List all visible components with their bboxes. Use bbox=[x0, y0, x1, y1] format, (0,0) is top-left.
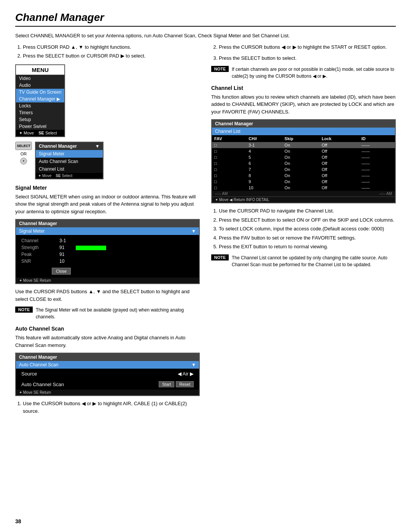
chlist-footer-text: ✦ Move ◀ Return INFO DETAIL bbox=[215, 198, 269, 202]
close-button[interactable]: Close bbox=[52, 268, 71, 275]
menu-item-timers: Timers bbox=[16, 109, 64, 116]
note-label-2: NOTE bbox=[211, 66, 229, 72]
table-row: □8OnOff------ bbox=[212, 173, 395, 179]
peak-row: Peak 91 bbox=[21, 252, 194, 257]
menu-item-audio: Audio bbox=[16, 82, 64, 89]
strength-row: Strength 91 bbox=[21, 245, 194, 250]
acs-panel-header: Channel Manager bbox=[16, 353, 199, 361]
col-ch: CH# bbox=[246, 135, 282, 142]
snr-label: SNR bbox=[21, 259, 48, 264]
or-label: OR bbox=[21, 152, 27, 156]
acs-panel-subheader: Auto Channel Scan ▼ bbox=[16, 361, 199, 369]
channel-list-description: This function allows you to review which… bbox=[211, 93, 396, 116]
table-row: □6OnOff------ bbox=[212, 160, 395, 166]
submenu-area: SELECT OR • Channel Manager ▼ Signal Met… bbox=[15, 142, 200, 179]
acs-panel-header-text: Channel Manager bbox=[19, 355, 57, 360]
dot-icon: • bbox=[20, 158, 27, 165]
note-label-3: NOTE bbox=[211, 254, 229, 260]
table-row: □4OnOff------ bbox=[212, 148, 395, 154]
menu-item-tvguide: TV Guide On Screen bbox=[16, 89, 64, 96]
table-row: □3-1OnOff------ bbox=[212, 142, 395, 148]
signal-meter-panel: Channel Manager Signal Meter ▼ Channel 3… bbox=[15, 219, 200, 284]
intro-paragraph: Select CHANNEL MANAGER to set your Anten… bbox=[15, 32, 396, 40]
chlist-footer: ✦ Move ◀ Return INFO DETAIL bbox=[212, 197, 395, 203]
step3-right: Press the SELECT button to select. bbox=[219, 54, 396, 62]
menu-footer-text: ✦ Move SE Select bbox=[19, 131, 57, 136]
menu-box: MENU Video Audio TV Guide On Screen Chan… bbox=[15, 64, 65, 137]
menu-item-power-swivel: Power Swivel bbox=[16, 123, 64, 130]
chlist-header-row: FAV CH# Skip Lock ID bbox=[212, 135, 395, 142]
col-fav: FAV bbox=[212, 135, 246, 142]
channel-value: 3-1 bbox=[59, 238, 66, 243]
step2-left: Press the SELECT button or CURSOR PAD ▶ … bbox=[23, 52, 200, 60]
signal-meter-note-text: The Signal Meter will not be available (… bbox=[36, 307, 200, 320]
source-row: Source ◀ Air ▶ bbox=[16, 369, 199, 379]
table-row: □9OnOff------ bbox=[212, 179, 395, 185]
signal-meter-title: Signal Meter bbox=[15, 185, 200, 191]
cl-step4: Press the FAV button to set or remove th… bbox=[219, 234, 396, 242]
submenu-signal-meter: Signal Meter bbox=[36, 150, 103, 158]
table-row: □7OnOff------ bbox=[212, 166, 395, 173]
acs-dropdown-icon: ▼ bbox=[191, 362, 196, 367]
auto-channel-scan-title: Auto Channel Scan bbox=[15, 326, 200, 332]
menu-item-video: Video bbox=[16, 75, 64, 82]
page-title: Channel Manager bbox=[15, 11, 396, 27]
col-lock: Lock bbox=[319, 135, 359, 142]
auto-channel-scan-description: This feature will automatically store ac… bbox=[15, 334, 200, 349]
channel-list-table: FAV CH# Skip Lock ID □3-1OnOff------□4On… bbox=[212, 135, 395, 191]
scan-buttons: Start Reset bbox=[159, 381, 194, 387]
col-id: ID bbox=[359, 135, 395, 142]
acs-step1: Use the CURSOR buttons ◀ or ▶ to highlig… bbox=[23, 400, 200, 415]
strength-value: 91 bbox=[59, 245, 64, 250]
chlist-panel-subheader: Channel List bbox=[212, 128, 395, 135]
source-label: Source bbox=[21, 371, 37, 377]
peak-label: Peak bbox=[21, 252, 48, 257]
cursor-note: Use the CURSOR PADS buttons ▲, ▼ and the… bbox=[15, 288, 200, 303]
channel-label: Channel bbox=[21, 238, 48, 243]
channel-list-panel: Channel Manager Channel List FAV CH# Ski… bbox=[211, 119, 396, 203]
cable-note-text: If certain channels are poor or not poss… bbox=[232, 66, 396, 80]
intro-para1: Select CHANNEL MANAGER to set your Anten… bbox=[15, 32, 396, 40]
menu-title: MENU bbox=[16, 65, 64, 75]
chlist-status: --:-- AM --:-- AM bbox=[212, 191, 395, 197]
submenu-left-icons: SELECT OR • bbox=[15, 142, 32, 165]
signal-meter-panel-footer: ✦ Move SE Return bbox=[16, 278, 199, 283]
col-skip: Skip bbox=[282, 135, 320, 142]
table-row: □10OnOff------ bbox=[212, 185, 395, 191]
signal-meter-panel-body: Channel 3-1 Strength 91 Peak 91 SNR 10 bbox=[16, 235, 199, 278]
submenu-channel-list: Channel List bbox=[36, 165, 103, 173]
submenu-auto-channel: Auto Channel Scan bbox=[36, 158, 103, 165]
start-button[interactable]: Start bbox=[159, 381, 174, 387]
signal-bar-fill bbox=[76, 246, 106, 250]
peak-value: 91 bbox=[59, 252, 64, 257]
submenu-header-arrow: ▼ bbox=[95, 144, 100, 149]
acs-footer: ✦ Move SE Return bbox=[16, 390, 199, 395]
cl-step3: To select LOCK column, input the access … bbox=[219, 225, 396, 233]
channel-list-note-box: NOTE The Channel List cannot be updated … bbox=[211, 254, 396, 268]
signal-meter-panel-header: Channel Manager bbox=[16, 220, 199, 227]
chlist-status-left: --:-- AM bbox=[215, 192, 228, 196]
channel-list-steps: Use the CURSOR PAD to navigate the Chann… bbox=[219, 207, 396, 251]
signal-meter-dropdown-icon: ▼ bbox=[191, 228, 196, 234]
table-row: □5OnOff------ bbox=[212, 154, 395, 160]
signal-meter-note-box: NOTE The Signal Meter will not be availa… bbox=[15, 307, 200, 320]
auto-channel-scan-panel: Channel Manager Auto Channel Scan ▼ Sour… bbox=[15, 353, 200, 396]
signal-meter-description: Select SIGNAL METER when using an indoor… bbox=[15, 193, 200, 216]
strength-bar bbox=[76, 246, 106, 250]
step2-right: Press the CURSOR buttons ◀ or ▶ to highl… bbox=[219, 43, 396, 51]
submenu-header: Channel Manager ▼ bbox=[36, 142, 103, 150]
cl-step2: Press the SELECT button to select ON or … bbox=[219, 216, 396, 224]
chlist-status-right: --:-- AM bbox=[379, 192, 392, 196]
menu-item-setup: Setup bbox=[16, 116, 64, 123]
step1-left: Press CURSOR PAD ▲, ▼ to highlight funct… bbox=[23, 43, 200, 51]
note-label-1: NOTE bbox=[15, 307, 33, 313]
scan-label: Auto Channel Scan bbox=[21, 382, 64, 387]
signal-meter-panel-subheader-text: Signal Meter bbox=[19, 228, 45, 234]
reset-button[interactable]: Reset bbox=[176, 381, 194, 387]
signal-meter-panel-subheader: Signal Meter ▼ bbox=[16, 227, 199, 235]
acs-subheader-text: Auto Channel Scan bbox=[19, 362, 58, 367]
channel-list-title: Channel List bbox=[211, 85, 396, 91]
strength-label: Strength bbox=[21, 245, 48, 250]
auto-channel-steps: Use the CURSOR buttons ◀ or ▶ to highlig… bbox=[23, 400, 200, 415]
menu-footer: ✦ Move SE Select bbox=[16, 130, 64, 136]
